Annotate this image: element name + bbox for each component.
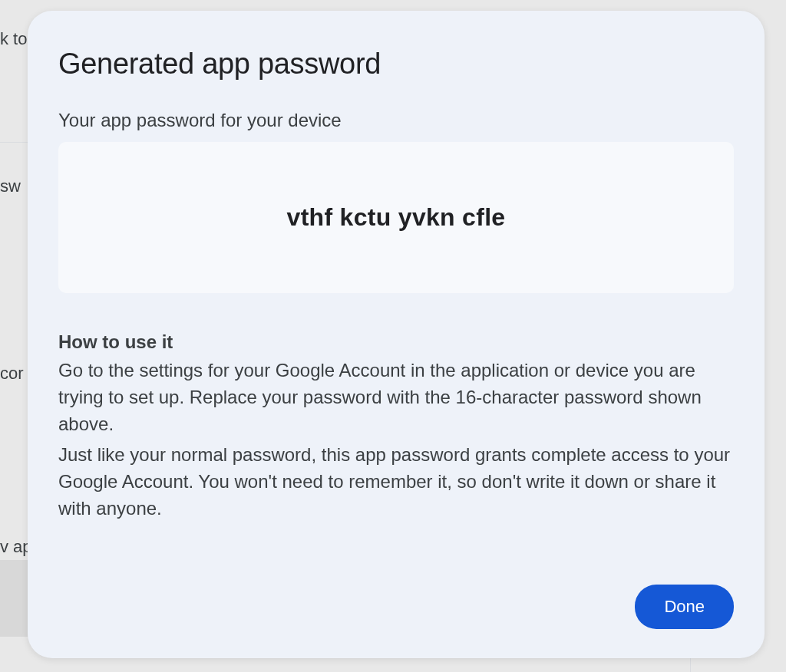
dialog-button-row: Done: [58, 562, 734, 629]
background-obscured-text: k to: [0, 29, 27, 49]
instruction-paragraph-1: Go to the settings for your Google Accou…: [58, 357, 734, 437]
instruction-paragraph-2: Just like your normal password, this app…: [58, 442, 734, 522]
how-to-use-heading: How to use it: [58, 331, 734, 353]
background-divider: [0, 142, 28, 143]
background-panel: [0, 560, 28, 637]
background-panel-border: [154, 658, 691, 672]
password-subtitle: Your app password for your device: [58, 110, 734, 131]
password-display-box: vthf kctu yvkn cfle: [58, 142, 734, 293]
done-button[interactable]: Done: [635, 585, 734, 629]
generated-password-text: vthf kctu yvkn cfle: [74, 203, 718, 232]
app-password-dialog: Generated app password Your app password…: [28, 11, 765, 658]
background-obscured-text: cor: [0, 364, 24, 384]
dialog-title: Generated app password: [58, 48, 734, 81]
background-obscured-text: sw: [0, 176, 21, 196]
